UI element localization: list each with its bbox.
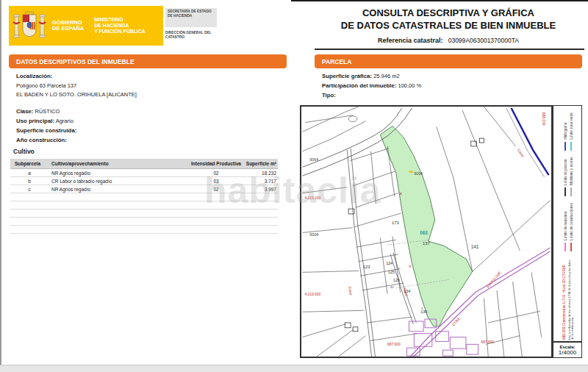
escala-box: Escala: 1/4000 bbox=[553, 342, 582, 358]
ministerio-line2: DE HACIENDA bbox=[94, 23, 145, 29]
parcel-label-124: 124 bbox=[386, 261, 392, 265]
header-superficie: Superficie m² bbox=[244, 161, 278, 166]
legend-item-label: Límite zona verde bbox=[570, 112, 573, 140]
coord-label-687600: 687.600 bbox=[387, 343, 401, 346]
referencia-label: Referencia catastral: bbox=[378, 37, 443, 44]
clase-row: Clase: RÚSTICO bbox=[16, 108, 60, 115]
ministerio-line1: MINISTERIO bbox=[94, 17, 145, 23]
legend-item-label: Límite de parcela bbox=[564, 160, 567, 185]
parcela-section-header: PARCELA bbox=[315, 54, 582, 68]
cell-cultivo: CR Labor o labradío regadío bbox=[49, 179, 188, 184]
legend-item-label: Límite de construcciones bbox=[570, 203, 573, 240]
coord-label-687800: 687.800 bbox=[481, 340, 494, 344]
parcel-label-9064: 9064 bbox=[309, 157, 318, 162]
direccion-text: DIRECCIÓN GENERAL DEL CATASTRO bbox=[165, 31, 224, 39]
secretaria-box: SECRETARÍA DE ESTADO DE HACIENDA bbox=[165, 8, 217, 27]
legend-item: Mobiliario y aceras bbox=[570, 157, 573, 196]
coord-label-688200: 688.200 bbox=[542, 112, 545, 126]
cultivo-table: Subparcela Cultivo/aprovechamiento Inten… bbox=[10, 159, 278, 234]
aceras-swatch-icon bbox=[570, 187, 572, 196]
parcel-label-9006: 9006 bbox=[414, 171, 423, 176]
uso-value: Agrario bbox=[56, 118, 74, 124]
legend-item: Límite de parcela bbox=[564, 157, 567, 196]
road-junction bbox=[348, 116, 357, 122]
parcela-swatch-icon bbox=[564, 187, 566, 196]
parcel-label-141: 141 bbox=[471, 244, 479, 249]
clase-label: Clase: bbox=[16, 108, 33, 115]
gobierno-line2: DE ESPAÑA bbox=[52, 26, 84, 32]
highlighted-parcel-137 bbox=[380, 126, 472, 326]
legend-item-label: Límite de manzana bbox=[564, 212, 567, 240]
localizacion-line1: Polígono 63 Parcela 137 bbox=[16, 82, 76, 89]
legend-coords-text: 688.000 Coordenadas U.T.M. Huso 30 ETRS8… bbox=[562, 257, 566, 340]
referencia-divider bbox=[315, 49, 584, 50]
parcel-label-126: 126 bbox=[393, 278, 400, 282]
canal-bank-line bbox=[506, 108, 545, 177]
document-title-line1: CONSULTA DESCRIPTIVA Y GRÁFICA bbox=[309, 7, 588, 18]
table-row: b CR Labor o labradío regadío 03 3.717 bbox=[10, 177, 278, 185]
cell-intensidad: 02 bbox=[188, 171, 244, 176]
hidrografia-swatch-icon bbox=[564, 142, 566, 151]
cadastral-map: 9064 9008 9006 173 123 124 125 126 134 1… bbox=[300, 105, 553, 358]
government-logo-box: GOBIERNO DE ESPAÑA MINISTERIO DE HACIEND… bbox=[9, 6, 163, 46]
participacion-value: 100,00 % bbox=[398, 82, 421, 89]
table-empty-row bbox=[10, 201, 278, 210]
legend-item: Límite zona verde bbox=[570, 112, 573, 151]
gobierno-text: GOBIERNO DE ESPAÑA bbox=[52, 20, 84, 32]
coord-label-4219200: 4.219.200 bbox=[304, 196, 320, 200]
legend-group-parcela: Límite de parcela Mobiliario y aceras bbox=[564, 157, 573, 196]
urban-buildings bbox=[407, 319, 478, 356]
parcel-label-9008: 9008 bbox=[309, 232, 318, 237]
yellow-marker bbox=[409, 171, 412, 173]
header-cultivo: Cultivo/aprovechamiento bbox=[49, 161, 188, 166]
referencia-catastral-row: Referencia catastral: 03099A063001370000… bbox=[309, 37, 588, 44]
clase-value: RÚSTICO bbox=[35, 108, 60, 115]
parcel-label-125: 125 bbox=[388, 270, 395, 274]
participacion-row: Participación del inmueble: 100,00 % bbox=[322, 82, 421, 89]
parcel-label-173: 173 bbox=[392, 221, 399, 225]
uso-row: Uso principal: Agrario bbox=[16, 118, 74, 124]
house-number: 40 bbox=[390, 285, 394, 289]
legend-item-label: Hidrografía bbox=[564, 123, 567, 140]
table-empty-row bbox=[10, 226, 278, 234]
legend-note-text: Las coordenadas de los vértices UTM de l… bbox=[568, 257, 575, 340]
cell-cultivo: NR Agrios regadío bbox=[49, 187, 188, 192]
top-window-line bbox=[291, 0, 588, 1]
header-subparcela: Subparcela bbox=[10, 161, 49, 166]
manzana-swatch-icon bbox=[564, 243, 566, 251]
canal-label: Canal bbox=[517, 148, 525, 157]
legend-item: Límite de construcciones bbox=[570, 203, 573, 251]
parcel-label-123: 123 bbox=[363, 265, 370, 269]
cell-intensidad: 03 bbox=[188, 179, 244, 184]
left-window-edge bbox=[0, 0, 1, 372]
road-label-cami1: Camí bbox=[348, 286, 353, 296]
superficie-construida-label: Superficie construida: bbox=[16, 127, 76, 134]
legend-item-label: Mobiliario y aceras bbox=[570, 157, 573, 185]
legend-item: Hidrografía bbox=[564, 112, 567, 151]
localizacion-label: Localización: bbox=[16, 73, 52, 79]
cell-superficie: 3.997 bbox=[244, 187, 278, 192]
cultivo-table-header: Subparcela Cultivo/aprovechamiento Inten… bbox=[10, 159, 278, 169]
participacion-label: Participación del inmueble: bbox=[322, 82, 396, 89]
table-empty-row bbox=[10, 218, 278, 226]
table-row: c NR Agrios regadío 02 3.997 bbox=[10, 185, 278, 193]
cell-cultivo: NR Agrios regadío bbox=[49, 171, 188, 176]
cell-subparcela: a bbox=[10, 171, 49, 176]
escala-value: 1/4000 bbox=[559, 349, 576, 356]
coord-label-4219000: 4.219.000 bbox=[304, 293, 320, 296]
legend-notes: 688.000 Coordenadas U.T.M. Huso 30 ETRS8… bbox=[562, 257, 575, 340]
table-empty-row bbox=[10, 193, 278, 201]
subparcel-b: b bbox=[409, 265, 411, 268]
map-legend-rotated: 688.000 Coordenadas U.T.M. Huso 30 ETRS8… bbox=[553, 106, 582, 342]
cadastral-map-svg: 9064 9008 9006 173 123 124 125 126 134 1… bbox=[301, 107, 551, 357]
legend-group-manzana: Límite de manzana Límite de construccion… bbox=[564, 203, 573, 251]
ministerio-text: MINISTERIO DE HACIENDA Y FUNCIÓN PÚBLICA bbox=[94, 17, 145, 35]
ano-construccion-row: Año construcción: bbox=[16, 137, 67, 143]
tipo-label: Tipo: bbox=[322, 92, 336, 99]
ministerio-line3: Y FUNCIÓN PÚBLICA bbox=[94, 29, 145, 35]
parcel-label-063: 063 bbox=[420, 230, 428, 235]
cultivo-title: Cultivo bbox=[13, 148, 35, 155]
ano-construccion-label: Año construcción: bbox=[16, 137, 67, 143]
cell-superficie: 3.717 bbox=[244, 179, 278, 184]
tipo-row: Tipo: bbox=[322, 92, 336, 99]
